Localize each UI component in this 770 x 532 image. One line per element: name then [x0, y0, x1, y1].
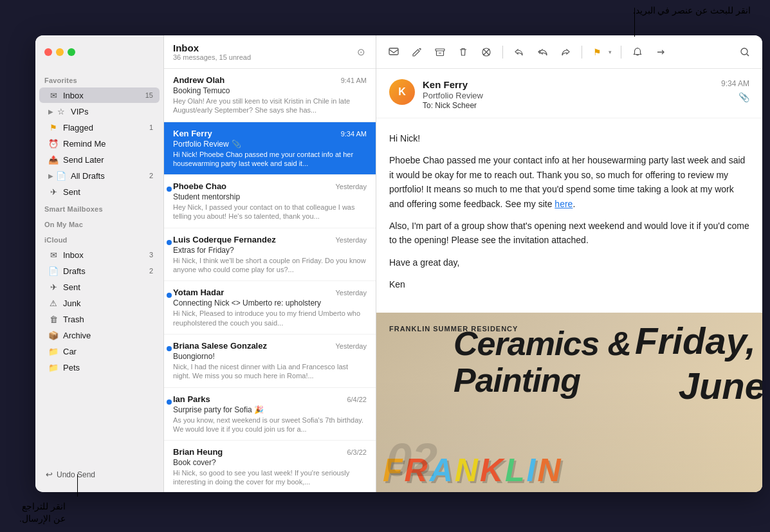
message-item[interactable]: Andrew Olah 9:41 AM Booking Temuco Hey O… [164, 69, 376, 122]
email-detail-scroll: K Ken Ferry Portfolio Review To: Nick Sc… [376, 69, 762, 492]
sidebar-item-send-later[interactable]: 📤 Send Later [39, 152, 160, 167]
flagged-label: Flagged [63, 123, 143, 133]
sidebar-item-inbox[interactable]: ✉ Inbox 15 [39, 87, 160, 103]
message-time: Yesterday [335, 342, 367, 350]
sidebar-item-flagged[interactable]: ⚑ Flagged 1 [39, 120, 160, 135]
mail-window: Favorites ✉ Inbox 15 ▶ ☆ VIPs ⚑ Flagged … [35, 35, 762, 492]
archive-icon [435, 47, 445, 57]
all-drafts-badge: 2 [143, 172, 153, 179]
reply-button[interactable] [509, 43, 529, 61]
close-button[interactable] [44, 48, 52, 56]
message-item[interactable]: Ian Parks 6/4/22 Surprise party for Sofi… [164, 388, 376, 441]
message-preview: Hi Nick, I think we'll be short a couple… [173, 256, 367, 275]
message-item[interactable]: Briana Salese Gonzalez Yesterday Buongio… [164, 335, 376, 388]
unread-indicator [167, 187, 172, 192]
search-button[interactable] [735, 43, 755, 61]
icloud-drafts-icon: 📄 [48, 266, 59, 276]
email-to-label: To: [423, 101, 433, 110]
on-my-mac-section-label: On My Mac [35, 216, 163, 231]
remind-me-label: Remind Me [63, 139, 153, 149]
filter-icon[interactable]: ⊙ [355, 46, 367, 58]
message-subject: Book cover? [173, 458, 367, 467]
message-header: Briana Salese Gonzalez Yesterday [173, 341, 367, 351]
email-to: To: Nick Scheer [423, 101, 713, 110]
sidebar-item-all-drafts[interactable]: ▶ 📄 All Drafts 2 [39, 168, 160, 183]
undo-send-button[interactable]: ↩ Undo Send [42, 467, 157, 482]
message-preview: Hey Nick, I passed your contact on to th… [173, 203, 367, 221]
annotation-undo-send: انقر للتراجع عن الإرسال. [19, 500, 66, 526]
message-list-scroll: Andrew Olah 9:41 AM Booking Temuco Hey O… [164, 69, 376, 492]
sidebar-item-icloud-sent[interactable]: ✈ Sent [39, 279, 160, 295]
compose-button[interactable] [407, 43, 426, 61]
send-later-icon: 📤 [48, 154, 59, 165]
email-header-info: Ken Ferry Portfolio Review To: Nick Sche… [423, 79, 713, 110]
inbox-label: Inbox [63, 91, 143, 100]
message-preview: Hi Nick, so good to see you last week! I… [173, 468, 367, 487]
message-preview: As you know, next weekend is our sweet S… [173, 416, 367, 434]
sidebar-item-icloud-drafts[interactable]: 📄 Drafts 2 [39, 263, 160, 279]
icloud-pets-label: Pets [63, 363, 153, 372]
junk-button[interactable] [477, 43, 496, 61]
delete-button[interactable] [454, 43, 473, 61]
sidebar-bottom: ↩ Undo Send [35, 462, 163, 487]
message-item[interactable]: Yotam Hadar Yesterday Connecting Nick <>… [164, 281, 376, 335]
message-header: Phoebe Chao Yesterday [173, 181, 367, 191]
message-item[interactable]: Phoebe Chao Yesterday Student mentorship… [164, 175, 376, 228]
flag-button[interactable]: ⚑ [589, 43, 605, 61]
send-later-label: Send Later [63, 155, 153, 165]
sidebar-item-icloud-trash[interactable]: 🗑 Trash [39, 311, 160, 327]
email-link-here[interactable]: here [555, 199, 573, 209]
inbox-badge: 15 [143, 91, 153, 99]
icloud-trash-label: Trash [63, 315, 153, 324]
maximize-button[interactable] [68, 48, 75, 56]
smart-section-label: Smart Mailboxes [35, 200, 163, 216]
forward-button[interactable] [556, 43, 575, 61]
clay-letter-i: I [527, 454, 536, 486]
flag-chevron-button[interactable]: ▾ [605, 43, 614, 61]
icloud-drafts-badge: 2 [143, 267, 153, 275]
email-greeting: Hi Nick! [389, 131, 749, 145]
message-subject: Surprise party for Sofia 🎉 [173, 405, 367, 414]
message-item[interactable]: Ken Ferry 9:34 AM Portfolio Review 📎 Hi … [164, 122, 376, 176]
message-subject: Extras for Friday? [173, 246, 367, 255]
clay-letter-n: N [455, 454, 478, 486]
flagged-badge: 1 [143, 124, 153, 131]
sender-avatar: K [389, 79, 415, 105]
sidebar-item-icloud-junk[interactable]: ⚠ Junk [39, 295, 160, 311]
message-subject: Buongiorno! [173, 352, 367, 361]
message-header: Andrew Olah 9:41 AM [173, 75, 367, 85]
unread-indicator [167, 346, 172, 351]
new-message-button[interactable] [384, 43, 403, 61]
minimize-button[interactable] [56, 48, 64, 56]
sidebar-item-icloud-archive[interactable]: 📦 Archive [39, 327, 160, 343]
email-header-top: K Ken Ferry Portfolio Review To: Nick Sc… [389, 79, 749, 110]
icloud-trash-icon: 🗑 [48, 314, 59, 324]
icloud-junk-icon: ⚠ [48, 298, 59, 308]
message-item[interactable]: Luis Coderque Fernandez Yesterday Extras… [164, 228, 376, 282]
clay-letter-n2: N [537, 454, 560, 486]
icloud-inbox-label: Inbox [63, 250, 143, 260]
message-subject: Student mentorship [173, 192, 367, 201]
message-time: 6/3/22 [347, 448, 367, 456]
more-button[interactable] [651, 43, 670, 61]
sidebar-item-icloud-inbox[interactable]: ✉ Inbox 3 [39, 247, 160, 262]
message-item[interactable]: Brian Heung 6/3/22 Book cover? Hi Nick, … [164, 441, 376, 492]
sidebar-item-sent[interactable]: ✈ Sent [39, 184, 160, 199]
icloud-car-icon: 📁 [48, 346, 59, 356]
message-sender: Andrew Olah [173, 75, 225, 85]
event-invitation-image: FRANKLIN SUMMER RESIDENCY Ceramics & Pai… [376, 313, 762, 492]
message-sender: Briana Salese Gonzalez [173, 341, 267, 351]
sidebar-item-remind-me[interactable]: ⏰ Remind Me [39, 136, 160, 151]
notification-button[interactable] [628, 43, 647, 61]
message-header: Yotam Hadar Yesterday [173, 288, 367, 297]
undo-send-icon: ↩ [46, 470, 53, 479]
email-sender-name: Ken Ferry [423, 79, 713, 90]
message-header: Brian Heung 6/3/22 [173, 447, 367, 457]
sidebar-item-vips[interactable]: ▶ ☆ VIPs [39, 104, 160, 119]
archive-button[interactable] [430, 43, 450, 61]
junk-icon [481, 47, 491, 57]
reply-all-button[interactable] [533, 43, 552, 61]
sidebar-item-icloud-car[interactable]: 📁 Car [39, 344, 160, 359]
sent-icon: ✈ [48, 187, 59, 197]
sidebar-item-icloud-pets[interactable]: 📁 Pets [39, 360, 160, 375]
